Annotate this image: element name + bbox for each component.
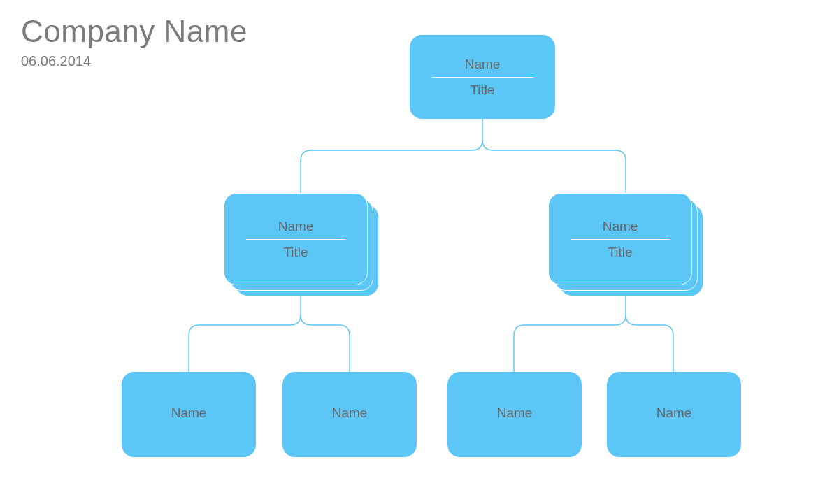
divider: [246, 239, 346, 240]
org-node-level2-right: Name Title: [548, 193, 692, 285]
org-node-level2-left: Name Title: [224, 193, 368, 285]
page-title: Company Name: [21, 14, 248, 49]
org-node-name: Name: [603, 219, 638, 237]
org-node-title: Title: [608, 242, 632, 260]
org-leaf-2: Name: [282, 372, 417, 457]
divider: [571, 239, 670, 240]
page-date: 06.06.2014: [21, 53, 248, 69]
org-leaf-name: Name: [171, 405, 207, 424]
org-root-node: Name Title: [410, 35, 555, 119]
org-root-name: Name: [465, 57, 501, 75]
org-leaf-1: Name: [122, 372, 256, 457]
org-root-title: Title: [470, 80, 494, 98]
divider: [431, 77, 533, 78]
org-leaf-name: Name: [657, 405, 692, 424]
org-leaf-name: Name: [332, 405, 368, 424]
org-leaf-3: Name: [447, 372, 582, 457]
org-node-title: Title: [283, 242, 308, 260]
org-node-name: Name: [278, 219, 314, 237]
org-leaf-4: Name: [607, 372, 741, 457]
org-leaf-name: Name: [497, 405, 533, 424]
